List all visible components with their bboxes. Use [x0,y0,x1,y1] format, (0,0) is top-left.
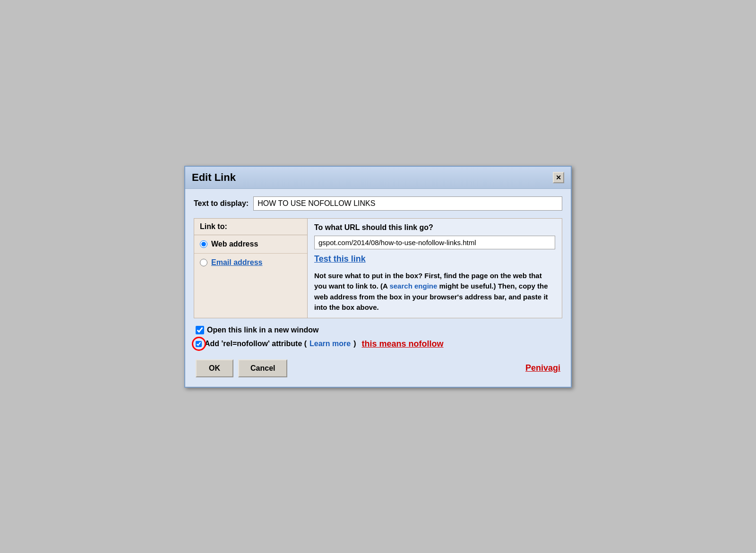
new-window-checkbox[interactable] [196,326,204,334]
nofollow-emphasis: this means nofollow [362,339,444,349]
test-link[interactable]: Test this link [314,254,366,264]
text-display-row: Text to display: [194,196,562,211]
text-display-label: Text to display: [194,199,249,208]
url-input[interactable] [314,236,555,249]
link-to-header: Link to: [194,219,307,235]
close-button[interactable]: ✕ [553,172,564,183]
nofollow-label-suffix: ) [353,340,356,348]
text-display-input[interactable] [253,196,562,211]
cancel-button[interactable]: Cancel [238,359,287,377]
help-text: Not sure what to put in the box? First, … [314,271,555,313]
link-to-option-web[interactable]: Web address [194,235,307,254]
web-address-label: Web address [211,240,258,248]
email-address-label: Email address [211,258,263,267]
buttons-left: OK Cancel [196,359,287,377]
search-engine-link[interactable]: search engine [389,282,437,290]
edit-link-dialog: Edit Link ✕ Text to display: Link to: We… [184,166,572,388]
url-question: To what URL should this link go? [314,223,555,232]
nofollow-checkbox[interactable] [196,341,202,347]
radio-email-address[interactable] [200,259,207,266]
nofollow-row: Add 'rel=nofollow' attribute (Learn more… [196,339,560,349]
ok-button[interactable]: OK [196,359,233,377]
penivagi-link[interactable]: Penivagi [525,363,560,373]
link-to-option-email[interactable]: Email address [194,254,307,272]
buttons-row: OK Cancel Penivagi [194,357,562,379]
dialog-body: Text to display: Link to: Web address Em… [185,189,571,387]
radio-web-address[interactable] [200,240,207,248]
link-section: Link to: Web address Email address To wh… [194,218,562,318]
new-window-row: Open this link in a new window [196,326,560,334]
learn-more-link[interactable]: Learn more [309,340,351,348]
dialog-title: Edit Link [192,171,236,184]
dialog-titlebar: Edit Link ✕ [185,167,571,189]
nofollow-label-prefix: Add 'rel=nofollow' attribute ( [205,340,307,348]
nofollow-checkbox-wrapper [196,341,202,347]
link-to-panel: Link to: Web address Email address [194,218,307,318]
checkboxes-section: Open this link in a new window Add 'rel=… [194,326,562,349]
url-panel: To what URL should this link go? Test th… [307,218,562,318]
new-window-label: Open this link in a new window [207,326,318,334]
